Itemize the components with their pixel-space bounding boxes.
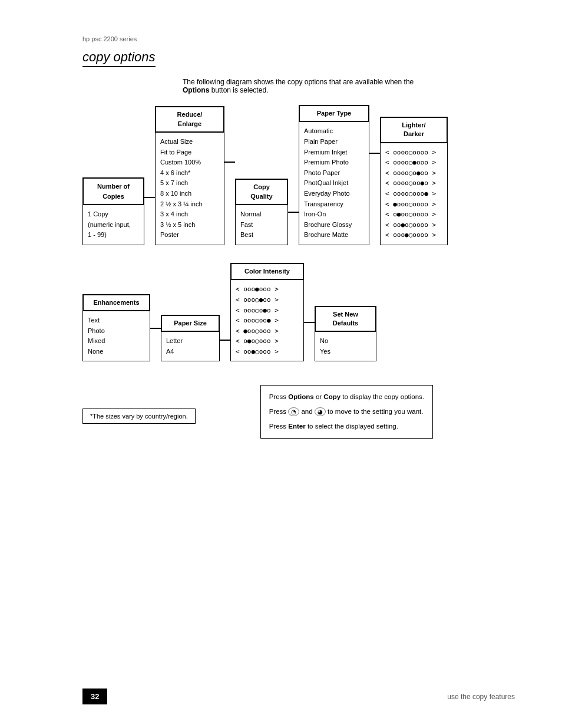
note-copy-bold: Copy [323, 393, 340, 400]
diagram-top-section: Number ofCopies 1 Copy(numeric input,1 -… [82, 105, 515, 245]
intro-bold: Options [183, 86, 209, 94]
note-enter-bold: Enter [288, 423, 305, 430]
copy-quality-header: CopyQuality [235, 179, 288, 205]
connector-1 [144, 197, 155, 198]
footnote-text: *The sizes vary by country/region. [90, 413, 188, 420]
note-line3: Press Enter to select the displayed sett… [269, 421, 424, 433]
footnote-box: *The sizes vary by country/region. [82, 409, 196, 424]
page-number: 32 [82, 689, 107, 704]
lighter-darker-content: < oooo○oooo > < oooo○●ooo > < oooo○o●oo … [380, 143, 448, 245]
lighter-darker-group: Lighter/Darker < oooo○oooo > < oooo○●ooo… [380, 117, 448, 245]
footnote-area: *The sizes vary by country/region. [82, 409, 196, 424]
reduce-enlarge-content: Actual SizeFit to PageCustom 100%4 x 6 i… [155, 133, 224, 245]
lighter-darker-header: Lighter/Darker [380, 117, 448, 143]
set-new-defaults-header: Set NewDefaults [315, 306, 376, 332]
paper-type-header: Paper Type [299, 105, 369, 122]
reduce-enlarge-header: Reduce/Enlarge [155, 106, 224, 133]
header-label: hp psc 2200 series [82, 35, 515, 42]
bottom-section: *The sizes vary by country/region. Press… [82, 385, 515, 439]
note-box: Press Options or Copy to display the cop… [260, 385, 433, 439]
enhancements-content: TextPhotoMixedNone [82, 311, 150, 361]
paper-size-header: Paper Size [161, 315, 220, 332]
scroll-icon-2: ◕ [315, 407, 326, 416]
intro-text-pre: The following diagram shows the copy opt… [183, 78, 414, 86]
intro-text: The following diagram shows the copy opt… [183, 78, 513, 94]
num-copies-content: 1 Copy(numeric input,1 - 99) [82, 205, 144, 245]
page-title: copy options [82, 50, 156, 67]
color-intensity-content: < ooo●ooo > < ooo○●oo > < ooo○o●o > < oo… [230, 280, 304, 361]
scroll-icon-1: ◔ [288, 407, 299, 416]
note-line2: Press ◔ and ◕ to move to the setting you… [269, 406, 424, 418]
paper-type-group: Paper Type AutomaticPlain PaperPremium I… [299, 105, 369, 245]
connector-6 [220, 340, 230, 341]
enhancements-group: Enhancements TextPhotoMixedNone [82, 294, 150, 362]
bottom-header-row: Enhancements TextPhotoMixedNone Paper Si… [82, 263, 515, 362]
paper-size-group: Paper Size LetterA4 [161, 315, 220, 362]
num-copies-header: Number ofCopies [82, 177, 144, 205]
intro-text-post: button is selected. [209, 86, 268, 94]
connector-3 [288, 212, 299, 213]
note-line1: Press Options or Copy to display the cop… [269, 391, 424, 403]
color-intensity-group: Color Intensity < ooo●ooo > < ooo○●oo > … [230, 263, 304, 362]
connector-5 [150, 328, 161, 329]
set-new-defaults-group: Set NewDefaults NoYes [315, 306, 376, 362]
connector-2 [224, 162, 235, 163]
set-new-defaults-content: NoYes [315, 332, 376, 361]
diagram-bottom-section: Enhancements TextPhotoMixedNone Paper Si… [82, 263, 515, 362]
top-header-row: Number ofCopies 1 Copy(numeric input,1 -… [82, 105, 515, 245]
connector-4 [369, 153, 380, 154]
paper-size-content: LetterA4 [161, 332, 220, 361]
page-footer: 32 use the copy features [0, 689, 562, 704]
color-intensity-header: Color Intensity [230, 263, 304, 280]
reduce-enlarge-group: Reduce/Enlarge Actual SizeFit to PageCus… [155, 106, 224, 245]
footer-right-text: use the copy features [447, 693, 515, 701]
copy-quality-group: CopyQuality NormalFastBest [235, 179, 288, 245]
num-copies-group: Number ofCopies 1 Copy(numeric input,1 -… [82, 177, 144, 245]
enhancements-header: Enhancements [82, 294, 150, 311]
copy-quality-content: NormalFastBest [235, 205, 288, 245]
note-options-bold: Options [288, 393, 313, 400]
page: hp psc 2200 series copy options The foll… [0, 0, 562, 728]
paper-type-content: AutomaticPlain PaperPremium InkjetPremiu… [299, 122, 369, 245]
connector-7 [304, 322, 315, 323]
